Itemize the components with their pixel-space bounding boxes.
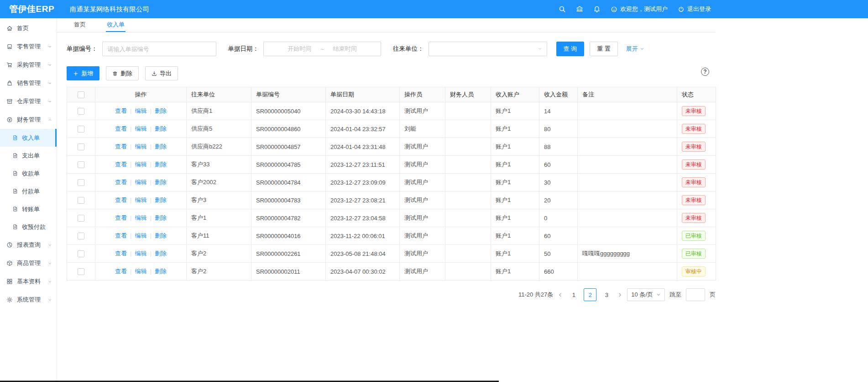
reset-button[interactable]: 重 置 xyxy=(590,42,618,56)
table-row: 查看|编辑|删除客户33SR000000047852023-12-27 23:1… xyxy=(67,156,716,174)
page-button-2[interactable]: 2 xyxy=(584,288,596,301)
action-separator: | xyxy=(130,125,131,132)
sidebar-item-retail[interactable]: 零售管理 xyxy=(0,37,57,56)
sidebar-subitem-label: 转账单 xyxy=(22,205,40,213)
edit-link[interactable]: 编辑 xyxy=(135,179,147,186)
sidebar-subitem-receipt[interactable]: 收款单 xyxy=(0,164,57,182)
actions-cell: 查看|编辑|删除 xyxy=(95,245,187,263)
partner-cell: 客户1 xyxy=(187,209,251,227)
sidebar-item-finance[interactable]: 财务管理 xyxy=(0,111,57,129)
sidebar-subitem-advance[interactable]: 收预付款 xyxy=(0,218,57,236)
sidebar-item-goods[interactable]: 商品管理 xyxy=(0,254,57,272)
view-link[interactable]: 查看 xyxy=(115,214,127,221)
delete-link[interactable]: 删除 xyxy=(155,161,167,168)
doc-icon xyxy=(12,206,18,212)
page-button-3[interactable]: 3 xyxy=(600,288,613,301)
delete-button[interactable]: 删除 xyxy=(106,66,139,80)
amount-cell: 60 xyxy=(539,156,578,174)
view-link[interactable]: 查看 xyxy=(115,161,127,168)
view-link[interactable]: 查看 xyxy=(115,268,127,275)
delete-link[interactable]: 删除 xyxy=(155,143,167,150)
tab-home[interactable]: 首页 xyxy=(73,18,87,32)
edit-link[interactable]: 编辑 xyxy=(135,143,147,150)
row-checkbox[interactable] xyxy=(78,126,84,133)
page-size-select[interactable]: 10 条/页 xyxy=(627,288,665,301)
row-checkbox[interactable] xyxy=(78,179,84,186)
row-checkbox[interactable] xyxy=(78,250,84,257)
delete-link[interactable]: 删除 xyxy=(155,107,167,114)
sidebar-item-system[interactable]: 系统管理 xyxy=(0,291,57,309)
row-checkbox[interactable] xyxy=(78,268,84,275)
date-range-picker[interactable]: 开始时间 ~ 结束时间 xyxy=(263,42,381,56)
sidebar-subitem-payment[interactable]: 付款单 xyxy=(0,182,57,200)
delete-link[interactable]: 删除 xyxy=(155,250,167,257)
action-separator: | xyxy=(150,250,152,257)
jump-input[interactable] xyxy=(686,288,705,301)
edit-link[interactable]: 编辑 xyxy=(135,161,147,168)
edit-link[interactable]: 编辑 xyxy=(135,214,147,221)
sidebar-item-sales[interactable]: 销售管理 xyxy=(0,74,57,92)
sidebar-subitem-transfer[interactable]: 转账单 xyxy=(0,200,57,218)
amount-cell: 30 xyxy=(539,174,578,191)
partner-select[interactable] xyxy=(429,42,547,56)
export-button[interactable]: 导出 xyxy=(145,66,178,80)
delete-link[interactable]: 删除 xyxy=(155,268,167,275)
date-separator: ~ xyxy=(320,46,324,53)
view-link[interactable]: 查看 xyxy=(115,250,127,257)
sidebar-subitem-income[interactable]: 收入单 xyxy=(0,129,57,147)
view-link[interactable]: 查看 xyxy=(115,179,127,186)
row-checkbox[interactable] xyxy=(78,161,84,168)
delete-link[interactable]: 删除 xyxy=(155,196,167,203)
delete-link[interactable]: 删除 xyxy=(155,214,167,221)
select-all-checkbox[interactable] xyxy=(78,91,84,98)
edit-link[interactable]: 编辑 xyxy=(135,268,147,275)
column-header: 收入账户 xyxy=(491,87,539,102)
delete-link[interactable]: 删除 xyxy=(155,125,167,132)
view-link[interactable]: 查看 xyxy=(115,107,127,114)
help-icon[interactable]: ? xyxy=(701,68,709,76)
edit-link[interactable]: 编辑 xyxy=(135,107,147,114)
row-checkbox[interactable] xyxy=(78,233,84,239)
next-page-button[interactable] xyxy=(617,292,622,297)
row-checkbox[interactable] xyxy=(78,215,84,222)
edit-link[interactable]: 编辑 xyxy=(135,196,147,203)
view-link[interactable]: 查看 xyxy=(115,196,127,203)
row-checkbox[interactable] xyxy=(78,143,84,150)
sidebar-item-home[interactable]: 首页 xyxy=(0,19,57,37)
delete-link[interactable]: 删除 xyxy=(155,232,167,239)
search-button[interactable]: 查 询 xyxy=(556,42,585,56)
row-checkbox[interactable] xyxy=(78,108,84,115)
view-link[interactable]: 查看 xyxy=(115,125,127,132)
view-link[interactable]: 查看 xyxy=(115,143,127,150)
search-icon[interactable] xyxy=(559,5,566,13)
bell-icon[interactable] xyxy=(593,5,601,13)
sidebar-subitem-expense[interactable]: 支出单 xyxy=(0,147,57,164)
expand-link[interactable]: 展开 xyxy=(626,45,644,53)
edit-link[interactable]: 编辑 xyxy=(135,250,147,257)
partner-cell: 客户2002 xyxy=(187,174,251,191)
sidebar-item-report[interactable]: 报表查询 xyxy=(0,236,57,254)
page-button-1[interactable]: 1 xyxy=(567,288,580,301)
tab-income[interactable]: 收入单 xyxy=(106,18,125,32)
edit-link[interactable]: 编辑 xyxy=(135,125,147,132)
row-checkbox[interactable] xyxy=(78,197,84,204)
chevron-down-icon xyxy=(48,298,52,302)
status-badge: 未审核 xyxy=(682,177,706,187)
status-badge: 未审核 xyxy=(682,195,706,205)
add-button[interactable]: 新增 xyxy=(67,66,99,80)
sidebar-item-purchase[interactable]: 采购管理 xyxy=(0,56,57,74)
bill-no-input[interactable] xyxy=(102,42,216,56)
bank-icon[interactable] xyxy=(576,5,583,13)
status-badge: 已审核 xyxy=(682,231,706,241)
view-link[interactable]: 查看 xyxy=(115,232,127,239)
trash-icon xyxy=(112,71,118,76)
delete-link[interactable]: 删除 xyxy=(155,179,167,186)
partner-cell: 客户33 xyxy=(187,156,251,174)
prev-page-button[interactable] xyxy=(558,292,563,297)
finance-staff-cell xyxy=(445,102,491,120)
welcome-user[interactable]: 欢迎您，测试用户 xyxy=(611,5,668,13)
logout-button[interactable]: 退出登录 xyxy=(678,5,711,13)
sidebar-item-warehouse[interactable]: 仓库管理 xyxy=(0,92,57,111)
edit-link[interactable]: 编辑 xyxy=(135,232,147,239)
sidebar-item-basic[interactable]: 基本资料 xyxy=(0,272,57,291)
